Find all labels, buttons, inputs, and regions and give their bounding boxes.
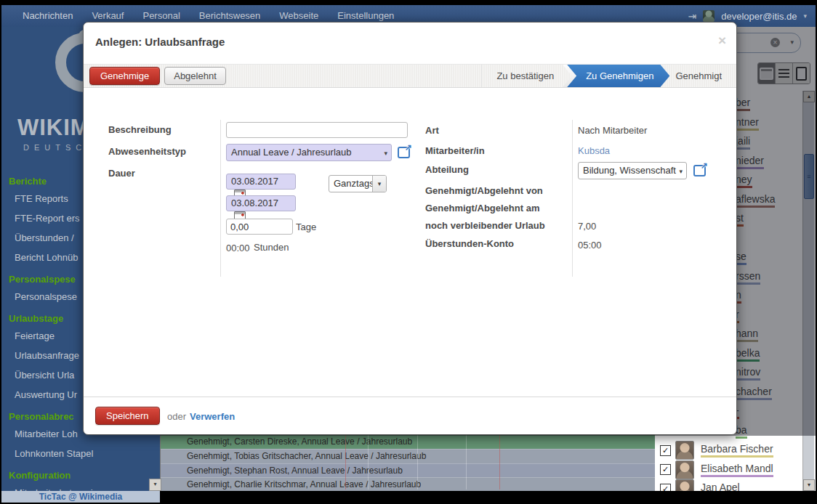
app-footer-brand: TicTac @ Wikimedia bbox=[1, 491, 160, 503]
sidebar-item[interactable]: Konfiguration bbox=[1, 463, 160, 483]
row-checkbox[interactable]: ✓ bbox=[660, 445, 671, 456]
employee-avatar bbox=[675, 441, 694, 460]
leave-request-row[interactable]: Genehmigt, Tobias Gritschacher, Annual L… bbox=[161, 449, 655, 463]
leave-request-row-label: Genehmigt, Tobias Gritschacher, Annual L… bbox=[187, 451, 426, 461]
save-button[interactable]: Speichern bbox=[95, 407, 160, 425]
logout-icon[interactable]: ⇥ bbox=[688, 10, 696, 22]
days-unit-label: Tage bbox=[296, 221, 316, 232]
form-separator bbox=[220, 120, 221, 277]
absence-type-label: Abwesenheitstyp bbox=[108, 146, 186, 157]
grid-marker-line bbox=[345, 434, 346, 489]
brand-subtitle: DEUTSC bbox=[23, 143, 86, 152]
leave-request-row[interactable]: Genehmigt, Carsten Direske, Annual Leave… bbox=[161, 434, 655, 449]
leave-request-row-label: Genehmigt, Charlie Kritschmar, Annual Le… bbox=[187, 479, 421, 489]
art-label: Art bbox=[425, 125, 439, 136]
form-separator bbox=[572, 120, 573, 277]
brand-wordmark: WIKIM bbox=[17, 115, 90, 141]
approved-on-label: Genehmigt/Abgelehnt am bbox=[425, 203, 539, 214]
sidebar-scroll-down-button[interactable]: ▾ bbox=[149, 479, 161, 491]
dialog-toolbar: Genehmige Abgelehnt Zu bestätigen Zu Gen… bbox=[84, 64, 736, 88]
hours-value: 00:00 bbox=[226, 243, 250, 253]
dialog-footer: Speichern oder Verwerfen bbox=[84, 397, 736, 434]
remaining-leave-label: noch verbleibender Urlaub bbox=[425, 220, 545, 231]
employee-avatar bbox=[675, 479, 694, 491]
description-input[interactable] bbox=[226, 122, 408, 138]
reject-button[interactable]: Abgelehnt bbox=[164, 67, 226, 85]
or-label: oder bbox=[167, 411, 186, 422]
dialog-title: Anlegen: Urlaubsanfrage bbox=[95, 36, 225, 48]
remaining-leave-value: 7,00 bbox=[578, 221, 596, 232]
leave-request-row[interactable]: Genehmigt, Stephan Rost, Annual Leave / … bbox=[161, 463, 655, 478]
overtime-label: Überstunden-Konto bbox=[425, 238, 514, 249]
department-select[interactable]: Bildung, Wissenschaft ▾ bbox=[578, 162, 687, 179]
user-avatar bbox=[703, 10, 715, 22]
employee-name: Jan Apel bbox=[701, 481, 740, 491]
status-bar: Zu bestätigen Zu Genehmigen Genehmigt bbox=[481, 65, 729, 87]
hours-unit-label: Stunden bbox=[254, 242, 289, 253]
discard-link[interactable]: Verwerfen bbox=[190, 411, 235, 422]
employee-list-item[interactable]: ✓ Jan Apel bbox=[643, 479, 804, 491]
user-menu[interactable]: developer@itis.de bbox=[721, 11, 797, 22]
date-from-input[interactable]: 03.08.2017 bbox=[226, 174, 296, 190]
scroll-down-icon[interactable]: ▾ bbox=[803, 479, 815, 491]
grid-column-separator bbox=[417, 434, 418, 489]
sidebar-item[interactable]: Lohnkonten Stapel bbox=[1, 444, 160, 463]
status-step-zu-genehmigen[interactable]: Zu Genehmigen bbox=[567, 65, 669, 87]
status-step-genehmigt[interactable]: Genehmigt bbox=[672, 70, 729, 81]
date-to-input[interactable]: 03.08.2017 bbox=[226, 195, 296, 211]
overtime-value: 05:00 bbox=[578, 240, 602, 251]
sidebar-item[interactable]: Mitarbeiterkategorie bbox=[1, 483, 160, 491]
chevron-down-icon: ▾ bbox=[384, 145, 387, 161]
open-record-icon[interactable]: ↗ bbox=[398, 147, 410, 158]
allday-select[interactable]: Ganztags ▾ bbox=[329, 175, 387, 192]
leave-request-rows: Genehmigt, Carsten Direske, Annual Leave… bbox=[160, 434, 655, 491]
leave-request-row-label: Genehmigt, Stephan Rost, Annual Leave / … bbox=[187, 466, 403, 476]
open-record-icon[interactable]: ↗ bbox=[693, 165, 706, 176]
employee-list-item[interactable]: ✓ Barbara Fischer bbox=[643, 441, 804, 460]
absence-type-select[interactable]: Annual Leave / Jahresurlaub ▾ bbox=[226, 144, 392, 161]
art-value: Nach Mitarbeiter bbox=[578, 125, 647, 136]
row-checkbox[interactable]: ✓ bbox=[660, 464, 671, 475]
vacation-request-dialog: Anlegen: Urlaubsanfrage × Genehmige Abge… bbox=[83, 22, 737, 435]
chevron-down-icon: ▾ bbox=[803, 12, 807, 20]
nav-menu-item[interactable]: Nachrichten bbox=[13, 5, 82, 27]
department-label: Abteilung bbox=[425, 164, 469, 175]
employee-label: Mitarbeiter/in bbox=[425, 145, 485, 156]
description-label: Beschreibung bbox=[108, 124, 172, 135]
days-input[interactable] bbox=[226, 219, 293, 235]
grid-marker-line bbox=[499, 434, 500, 489]
employee-name: Barbara Fischer bbox=[701, 443, 773, 458]
chevron-down-icon: ▾ bbox=[679, 163, 683, 179]
close-icon[interactable]: × bbox=[718, 33, 726, 49]
leave-request-row[interactable]: Genehmigt, Charlie Kritschmar, Annual Le… bbox=[161, 477, 655, 491]
status-step-zu-bestaetigen[interactable]: Zu bestätigen bbox=[494, 70, 557, 81]
leave-request-row-label: Genehmigt, Carsten Direske, Annual Leave… bbox=[187, 436, 412, 447]
chevron-down-icon: ▾ bbox=[372, 176, 386, 192]
row-checkbox[interactable]: ✓ bbox=[660, 484, 671, 491]
grid-column-separator bbox=[466, 434, 467, 489]
employee-avatar bbox=[675, 460, 694, 479]
grid-column-separator bbox=[368, 434, 369, 489]
approve-button[interactable]: Genehmige bbox=[89, 67, 160, 85]
approved-by-label: Genehmigt/Abgelehnt von bbox=[425, 185, 543, 196]
employee-list-item[interactable]: ✓ Elisabeth Mandl bbox=[643, 460, 804, 480]
employee-link[interactable]: Kubsda bbox=[578, 145, 610, 156]
duration-label: Dauer bbox=[108, 168, 135, 179]
employee-name: Elisabeth Mandl bbox=[701, 463, 773, 477]
